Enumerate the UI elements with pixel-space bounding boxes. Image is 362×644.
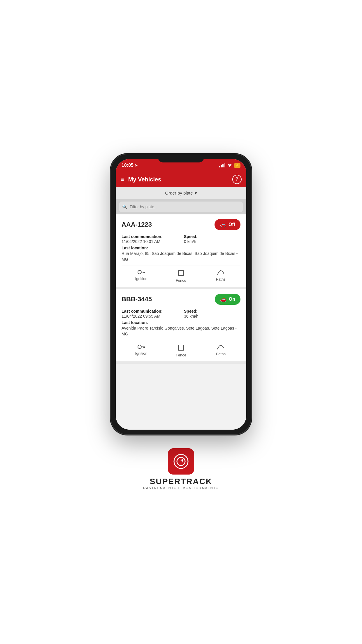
signal-bars-icon: [219, 163, 225, 167]
help-button[interactable]: ?: [232, 175, 242, 184]
search-bar-area: 🔍: [116, 199, 246, 214]
car-icon-2: 🚗: [220, 296, 226, 302]
vehicle-info-2: Last communication: 11/04/2022 09:55 AM …: [122, 309, 240, 337]
last-loc-2: Last location: Avenida Padre Tarcísio Go…: [122, 320, 240, 337]
hamburger-icon[interactable]: ≡: [120, 176, 124, 183]
status-badge-1: 🚗 Off: [215, 219, 240, 230]
status-badge-2: 🚗 On: [215, 294, 240, 305]
time-display: 10:05: [122, 163, 133, 168]
location-arrow-icon: ➤: [135, 163, 138, 167]
wifi-icon: [227, 163, 232, 168]
vehicle-header-2: BBB-3445 🚗 On: [122, 294, 240, 305]
paths-button-2[interactable]: Paths: [201, 340, 240, 361]
phone-shell: 10:05 ➤ ⚡: [111, 154, 251, 434]
search-wrapper: 🔍: [119, 202, 243, 212]
speed-col-1: Speed: 0 km/h: [184, 234, 240, 244]
comm-speed-row-1: Last communication: 11/04/2022 10:01 AM …: [122, 234, 240, 244]
fence-button-2[interactable]: Fence: [161, 340, 201, 361]
svg-point-17: [177, 457, 185, 466]
speed-col-2: Speed: 36 km/h: [184, 309, 240, 318]
vehicle-header-1: AAA-1223 🚗 Off: [122, 219, 240, 230]
key-icon-2: [137, 344, 145, 349]
action-buttons-2: Ignition: [122, 340, 240, 361]
paths-icon-2: [217, 344, 225, 350]
order-by-plate-button[interactable]: Order by plate ▾: [165, 190, 197, 196]
phone-screen: 10:05 ➤ ⚡: [116, 159, 246, 430]
brand-tagline: RASTREAMENTO E MONITORAMENTO: [143, 486, 219, 490]
search-input[interactable]: [119, 202, 243, 212]
vehicle-plate-1: AAA-1223: [122, 221, 152, 228]
header-title: My Vehicles: [128, 176, 232, 183]
ignition-button-1[interactable]: Ignition: [122, 265, 161, 287]
screen-content: Order by plate ▾ 🔍 AAA-1223: [116, 187, 246, 430]
supertrack-logo-icon: [168, 448, 194, 475]
vehicle-card-1: AAA-1223 🚗 Off Last communication: 11/04…: [116, 214, 246, 289]
vehicle-plate-2: BBB-3445: [122, 295, 152, 303]
bottom-logo: SUPERTRACK RASTREAMENTO E MONITORAMENTO: [143, 448, 219, 490]
status-time: 10:05 ➤: [122, 163, 138, 168]
fence-icon-1: [178, 270, 184, 276]
last-comm-col-2: Last communication: 11/04/2022 09:55 AM: [122, 309, 178, 318]
phone-notch: [158, 154, 204, 162]
fence-icon-2: [178, 344, 184, 351]
vehicle-card-2: BBB-3445 🚗 On Last communication: 11/04/…: [116, 289, 246, 364]
page-wrapper: 10:05 ➤ ⚡: [0, 0, 362, 644]
svg-rect-4: [178, 270, 184, 276]
search-icon: 🔍: [122, 204, 127, 209]
paths-button-1[interactable]: Paths: [201, 265, 240, 287]
logo-text-area: SUPERTRACK RASTREAMENTO E MONITORAMENTO: [143, 477, 219, 490]
svg-point-8: [138, 345, 141, 349]
last-loc-1: Last location: Rua Marajó, 85, São Joaqu…: [122, 246, 240, 262]
fence-button-1[interactable]: Fence: [161, 265, 201, 287]
paths-icon-1: [217, 270, 225, 275]
battery-icon: ⚡: [234, 163, 240, 168]
svg-point-16: [174, 454, 188, 468]
car-icon-1: 🚗: [220, 221, 226, 228]
action-buttons-1: Ignition: [122, 265, 240, 287]
order-bar: Order by plate ▾: [116, 187, 246, 199]
brand-name: SUPERTRACK: [143, 477, 219, 486]
vehicle-info-1: Last communication: 11/04/2022 10:01 AM …: [122, 234, 240, 262]
comm-speed-row-2: Last communication: 11/04/2022 09:55 AM …: [122, 309, 240, 318]
svg-point-0: [138, 270, 141, 274]
app-header: ≡ My Vehicles ?: [116, 172, 246, 187]
key-icon-1: [137, 270, 145, 275]
last-comm-col-1: Last communication: 11/04/2022 10:01 AM: [122, 234, 178, 244]
status-icons: ⚡: [219, 163, 240, 168]
svg-rect-12: [178, 345, 184, 350]
ignition-button-2[interactable]: Ignition: [122, 340, 161, 361]
